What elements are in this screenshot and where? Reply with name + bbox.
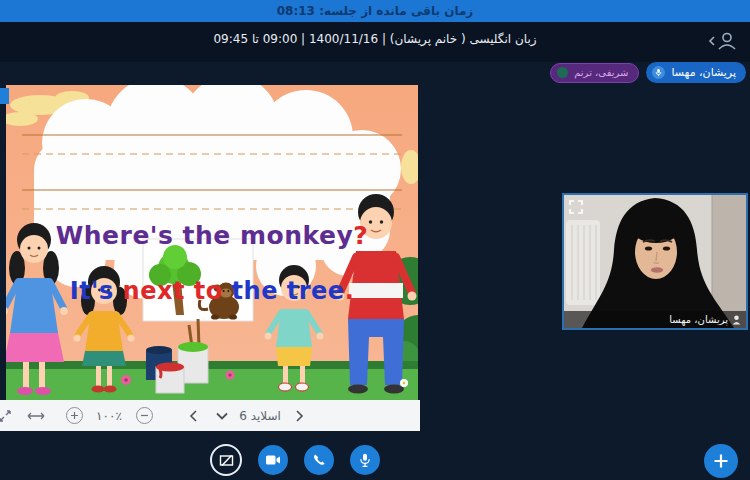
- video-participant-label: پریشان، مهسا: [564, 311, 746, 328]
- slide-toolbar: ۱۰۰٪ اسلاید 6: [0, 400, 420, 431]
- chevron-left-icon: [189, 410, 198, 422]
- next-slide-button[interactable]: [286, 400, 312, 431]
- whiteboard-icon: [219, 453, 234, 468]
- header-bar: زبان انگلیسی ( خانم پریشان) | 1400/11/16…: [0, 22, 750, 62]
- video-feed: [564, 195, 746, 328]
- zoom-out-icon: [136, 407, 153, 424]
- session-timer-text: زمان باقی مانده از جلسه: 08:13: [277, 4, 474, 18]
- expand-icon: [568, 199, 584, 215]
- mic-button[interactable]: [350, 445, 380, 475]
- microphone-icon: [359, 453, 371, 468]
- corner-marker: [0, 88, 9, 104]
- zoom-out-button[interactable]: [126, 400, 162, 431]
- student-badge[interactable]: شریفی، ترنم: [550, 63, 639, 83]
- slide-viewer: Where's the monkey? It's next to the tre…: [6, 85, 418, 400]
- classroom-app: زمان باقی مانده از جلسه: 08:13 زبان انگل…: [0, 0, 750, 480]
- participants-toggle-button[interactable]: [704, 29, 738, 53]
- status-dot-icon: [557, 67, 568, 78]
- call-controls: [210, 444, 380, 476]
- participant-badges: پریشان، مهسا شریفی، ترنم: [550, 62, 746, 83]
- teacher-badge[interactable]: پریشان، مهسا: [646, 62, 746, 83]
- class-title: زبان انگلیسی ( خانم پریشان) | 1400/11/16…: [0, 32, 750, 46]
- add-button[interactable]: [704, 444, 738, 478]
- fit-width-button[interactable]: [16, 400, 56, 431]
- session-timer-bar: زمان باقی مانده از جلسه: 08:13: [0, 0, 750, 22]
- slide-fullscreen-button[interactable]: [0, 400, 16, 431]
- prev-slide-button[interactable]: [176, 400, 210, 431]
- zoom-level-label: ۱۰۰٪: [92, 400, 126, 431]
- chevron-right-icon: [295, 410, 304, 422]
- zoom-in-icon: [66, 407, 83, 424]
- slide-menu-button[interactable]: [210, 400, 234, 431]
- person-chevron-icon: [706, 30, 738, 52]
- video-expand-button[interactable]: [568, 199, 584, 215]
- slide-number-label: اسلاید 6: [234, 400, 286, 431]
- plus-icon: [713, 453, 729, 469]
- whiteboard-button[interactable]: [210, 444, 242, 476]
- phone-button[interactable]: [304, 445, 334, 475]
- person-icon: [732, 315, 741, 325]
- teacher-badge-label: پریشان، مهسا: [671, 66, 736, 79]
- video-camera-icon: [265, 454, 281, 466]
- microphone-icon: [652, 66, 665, 79]
- fullscreen-icon: [0, 409, 12, 423]
- zoom-in-button[interactable]: [56, 400, 92, 431]
- radiator: [566, 220, 600, 305]
- student-badge-label: شریفی، ترنم: [574, 67, 628, 78]
- slide-illustration: [6, 85, 418, 400]
- chevron-down-icon: [216, 412, 228, 420]
- fit-width-icon: [27, 411, 45, 421]
- teacher-video-panel: پریشان، مهسا: [562, 193, 748, 330]
- tree-monkey-box: [143, 239, 253, 321]
- camera-button[interactable]: [258, 445, 288, 475]
- phone-icon: [312, 453, 326, 467]
- video-participant-name: پریشان، مهسا: [669, 314, 728, 325]
